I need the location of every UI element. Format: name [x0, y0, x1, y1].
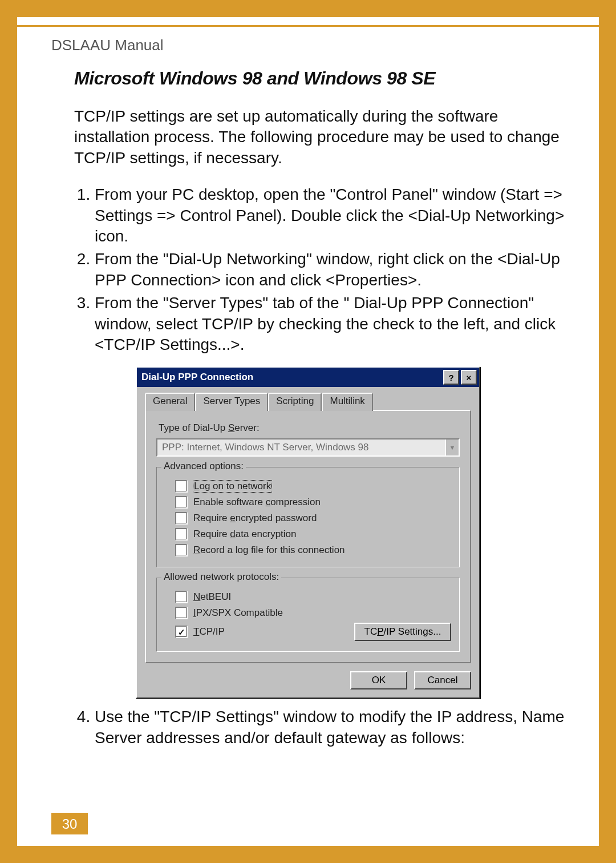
dialog-figure: Dial-Up PPP Connection ? × General Serve… [51, 366, 565, 699]
proto-ipxspx-row[interactable]: IPX/SPX Compatible [175, 607, 451, 619]
tabs: General Server Types Scripting Multilink [145, 393, 471, 411]
opt-logon-row[interactable]: Log on to network [175, 480, 451, 493]
step-4: Use the "TCP/IP Settings" window to modi… [95, 707, 565, 748]
tab-scripting[interactable]: Scripting [268, 393, 322, 411]
proto-netbeui-row[interactable]: NetBEUI [175, 591, 451, 603]
opt-encpwd-label: Require encrypted password [193, 513, 317, 524]
server-type-select[interactable]: PPP: Internet, Windows NT Server, Window… [156, 438, 460, 457]
tab-general[interactable]: General [145, 393, 195, 411]
tab-multilink[interactable]: Multilink [322, 393, 372, 411]
dialup-ppp-connection-dialog: Dial-Up PPP Connection ? × General Serve… [136, 366, 480, 699]
titlebar[interactable]: Dial-Up PPP Connection ? × [137, 368, 479, 387]
opt-logfile-label: Record a log file for this connection [193, 545, 345, 556]
page-number: 30 [51, 813, 88, 834]
allowed-protocols-legend: Allowed network protocols: [161, 571, 281, 583]
checkbox-logfile[interactable] [175, 544, 188, 556]
proto-tcpip-label: TCP/IP [193, 626, 225, 638]
help-button[interactable]: ? [443, 370, 459, 385]
step-3: From the "Server Types" tab of the " Dia… [95, 293, 565, 355]
checkbox-ipxspx[interactable] [175, 607, 188, 619]
advanced-options-group: Advanced options: Log on to network Enab… [156, 467, 460, 567]
checkbox-netbeui[interactable] [175, 591, 188, 603]
checkbox-encpwd[interactable] [175, 512, 188, 525]
content-area: DSLAAU Manual Microsoft Windows 98 and W… [51, 37, 565, 806]
steps-list-continued: Use the "TCP/IP Settings" window to modi… [74, 707, 565, 748]
checkbox-encdata[interactable] [175, 528, 188, 541]
window-title: Dial-Up PPP Connection [141, 372, 441, 383]
tab-panel-server-types: Type of Dial-Up Server: PPP: Internet, W… [145, 410, 471, 663]
checkbox-logon[interactable] [175, 480, 188, 493]
top-rule [17, 25, 599, 27]
server-type-label: Type of Dial-Up Server: [159, 422, 460, 434]
checkbox-compress[interactable] [175, 496, 188, 509]
close-button[interactable]: × [461, 370, 477, 385]
advanced-options-legend: Advanced options: [161, 461, 246, 472]
ok-button[interactable]: OK [350, 671, 407, 689]
opt-encdata-label: Require data encryption [193, 529, 297, 540]
tab-server-types[interactable]: Server Types [195, 393, 268, 411]
opt-logfile-row[interactable]: Record a log file for this connection [175, 544, 451, 556]
allowed-protocols-group: Allowed network protocols: NetBEUI IPX/S… [156, 578, 460, 652]
dialog-button-row: OK Cancel [145, 671, 471, 689]
server-type-value: PPP: Internet, Windows NT Server, Window… [157, 442, 445, 453]
opt-compress-row[interactable]: Enable software compression [175, 496, 451, 509]
steps-list: From your PC desktop, open the "Control … [74, 184, 565, 355]
dialog-body: General Server Types Scripting Multilink… [137, 387, 479, 697]
opt-compress-label: Enable software compression [193, 497, 321, 508]
cancel-button[interactable]: Cancel [414, 671, 471, 689]
tcpip-settings-button[interactable]: TCP/IP Settings... [354, 623, 451, 641]
opt-encpwd-row[interactable]: Require encrypted password [175, 512, 451, 525]
proto-ipxspx-label: IPX/SPX Compatible [193, 607, 283, 619]
proto-tcpip-row[interactable]: TCP/IP TCP/IP Settings... [175, 623, 451, 641]
chevron-down-icon[interactable]: ▼ [445, 439, 459, 455]
section-heading: Microsoft Windows 98 and Windows 98 SE [74, 68, 565, 89]
proto-netbeui-label: NetBEUI [193, 591, 231, 603]
checkbox-tcpip[interactable] [175, 626, 188, 638]
opt-encdata-row[interactable]: Require data encryption [175, 528, 451, 541]
step-1: From your PC desktop, open the "Control … [95, 184, 565, 247]
step-2: From the "Dial-Up Networking" window, ri… [95, 249, 565, 291]
breadcrumb: DSLAAU Manual [51, 37, 565, 54]
intro-paragraph: TCP/IP settings are set up automatically… [74, 106, 565, 168]
opt-logon-label: Log on to network [193, 481, 271, 492]
page: DSLAAU Manual Microsoft Windows 98 and W… [17, 17, 599, 846]
